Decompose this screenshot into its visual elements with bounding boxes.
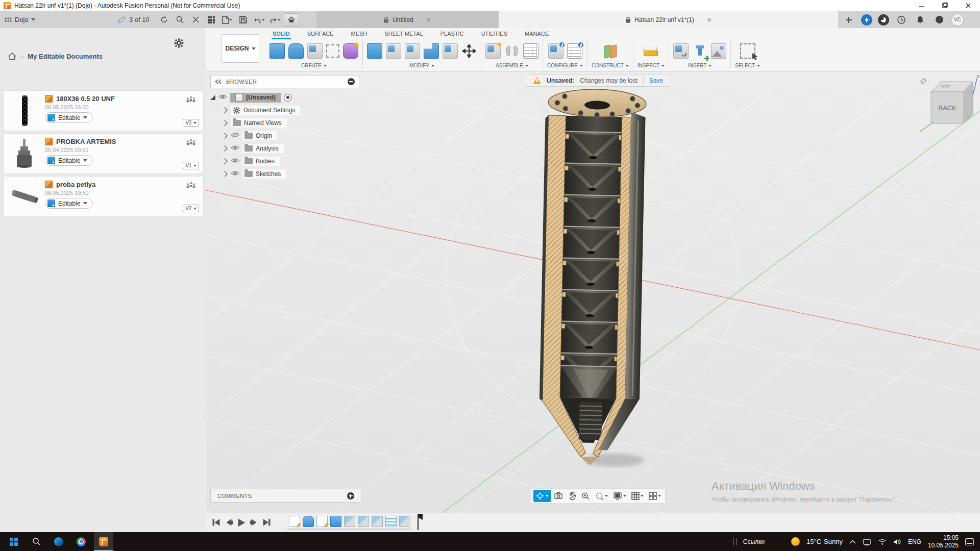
tab-sheet-metal[interactable]: SHEET METAL xyxy=(383,29,424,39)
weather-temp[interactable]: 15°C xyxy=(806,538,821,545)
go-to-end-icon[interactable] xyxy=(262,519,271,526)
bom-table-icon[interactable] xyxy=(523,43,538,59)
timeline-shell-feature[interactable] xyxy=(372,516,383,527)
group-label-configure[interactable]: CONFIGURE xyxy=(547,63,583,69)
notifications-bell-icon[interactable] xyxy=(914,13,927,27)
refresh-icon[interactable] xyxy=(157,13,170,27)
shared-users-icon[interactable] xyxy=(186,96,196,103)
document-name[interactable]: 180X36 0.5 20 UNF xyxy=(56,95,115,103)
taskbar-edge-icon[interactable] xyxy=(49,532,68,551)
timeline-fillet-feature[interactable] xyxy=(358,516,369,527)
viewcube-home-icon[interactable] xyxy=(921,79,926,84)
visibility-eye-icon[interactable] xyxy=(231,170,239,178)
undo-icon[interactable] xyxy=(252,13,265,27)
new-component-icon[interactable] xyxy=(485,43,501,59)
close-button[interactable] xyxy=(957,0,980,11)
editable-status-dropdown[interactable]: Editable xyxy=(45,155,93,166)
timeline-cut-feature[interactable] xyxy=(399,516,410,527)
shell-icon[interactable] xyxy=(405,43,420,59)
timeline-chamfer-feature[interactable] xyxy=(344,516,355,527)
close-tab-icon[interactable]: ✕ xyxy=(426,16,431,23)
browser-root-row[interactable]: (Unsaved) xyxy=(210,91,359,104)
create-form-icon[interactable] xyxy=(343,43,358,59)
close-tab-icon[interactable]: ✕ xyxy=(707,16,712,23)
pattern-icon[interactable] xyxy=(326,44,339,58)
shared-users-icon[interactable] xyxy=(186,182,196,189)
insert-canvas-icon[interactable] xyxy=(711,43,726,59)
help-icon[interactable]: ? xyxy=(933,13,946,27)
step-back-icon[interactable] xyxy=(226,519,233,526)
browser-row-named-views[interactable]: Named Views xyxy=(210,117,359,129)
grid-snap-tool[interactable] xyxy=(629,490,646,502)
pan-tool[interactable] xyxy=(566,490,578,502)
timeline-sketch-feature[interactable] xyxy=(289,516,300,527)
collapsed-arrow-icon[interactable] xyxy=(222,158,227,164)
start-button[interactable] xyxy=(4,532,23,551)
document-tab-untitled[interactable]: Untitled ✕ xyxy=(316,11,498,28)
weather-condition[interactable]: Sunny xyxy=(824,538,843,545)
group-label-modify[interactable]: MODIFY xyxy=(409,63,434,69)
insert-derive-icon[interactable] xyxy=(673,43,689,59)
tablet-mode-icon[interactable] xyxy=(863,538,871,545)
collapsed-arrow-icon[interactable] xyxy=(222,133,227,138)
history-clock-icon[interactable] xyxy=(895,13,908,27)
viewports-tool[interactable] xyxy=(647,490,663,502)
timeline-sketch-feature[interactable] xyxy=(316,516,328,527)
data-panel-icon[interactable] xyxy=(205,13,218,27)
browser-row-origin[interactable]: Origin xyxy=(210,130,359,142)
editable-status-dropdown[interactable]: Editable xyxy=(45,112,93,123)
root-document-label[interactable]: (Unsaved) xyxy=(246,94,276,101)
visibility-eye-icon[interactable] xyxy=(231,158,239,165)
wifi-icon[interactable] xyxy=(878,538,887,545)
tab-surface[interactable]: SURFACE xyxy=(306,29,335,39)
display-settings-tool[interactable] xyxy=(611,490,628,502)
construction-plane-icon[interactable] xyxy=(602,43,618,59)
step-forward-icon[interactable] xyxy=(250,519,257,526)
tab-plastic[interactable]: PLASTIC xyxy=(439,29,465,39)
go-to-start-icon[interactable] xyxy=(212,519,220,526)
fillet-icon[interactable] xyxy=(386,43,401,59)
links-toolbar-label[interactable]: Ссылки xyxy=(743,538,765,545)
breadcrumb-label[interactable]: My Editable Documents xyxy=(28,53,103,60)
taskbar-search-icon[interactable] xyxy=(27,532,46,551)
browser-row-analysis[interactable]: Analysis xyxy=(210,142,359,155)
viewcube-front-label[interactable]: BACK xyxy=(938,104,957,112)
hole-icon[interactable] xyxy=(307,43,323,59)
measure-icon[interactable] xyxy=(643,43,658,59)
group-label-inspect[interactable]: INSPECT xyxy=(638,63,665,69)
timeline-thread-feature[interactable] xyxy=(385,516,397,527)
save-link[interactable]: Save xyxy=(649,77,663,84)
toolbar-handle[interactable] xyxy=(733,538,737,545)
team-switcher[interactable]: Dojo xyxy=(4,11,35,28)
group-label-create[interactable]: CREATE xyxy=(301,63,327,69)
document-name[interactable]: proba petlya xyxy=(56,181,95,188)
tab-solid[interactable]: SOLID xyxy=(272,29,291,39)
expanded-arrow-icon[interactable] xyxy=(210,95,215,100)
collapsed-arrow-icon[interactable] xyxy=(222,120,227,126)
timeline-scrubber[interactable] xyxy=(414,514,423,531)
action-center-icon[interactable] xyxy=(965,538,974,545)
language-indicator[interactable]: ENG xyxy=(908,538,921,545)
suppressor-model[interactable] xyxy=(538,88,646,466)
version-dropdown[interactable]: V2 xyxy=(183,205,199,212)
split-body-icon[interactable] xyxy=(443,43,458,59)
insert-fastener-icon[interactable] xyxy=(692,43,707,59)
extrude-icon[interactable] xyxy=(270,43,285,59)
browser-row-bodies[interactable]: Bodies xyxy=(210,155,359,167)
visibility-eye-icon[interactable] xyxy=(218,94,227,101)
timeline-revolve-feature[interactable] xyxy=(303,516,314,527)
browser-collapse-icon[interactable] xyxy=(348,78,355,85)
extensions-icon[interactable] xyxy=(878,14,889,26)
add-comment-icon[interactable] xyxy=(347,492,354,499)
collapsed-arrow-icon[interactable] xyxy=(222,171,227,177)
viewport[interactable]: BROWSER (Unsaved) Document Settings Name… xyxy=(206,71,980,513)
workspace-switcher[interactable]: DESIGN xyxy=(222,34,259,63)
minimize-button[interactable] xyxy=(910,0,933,11)
taskbar-clock[interactable]: 15:05 10.05.2025 xyxy=(928,534,959,549)
collapse-panel-icon[interactable] xyxy=(215,79,222,84)
clear-search-icon[interactable] xyxy=(189,13,202,27)
account-avatar[interactable]: VC xyxy=(951,14,964,26)
fit-tool[interactable] xyxy=(593,490,610,502)
comments-bar[interactable]: COMMENTS xyxy=(210,489,361,503)
tab-manage[interactable]: MANAGE xyxy=(524,29,550,39)
